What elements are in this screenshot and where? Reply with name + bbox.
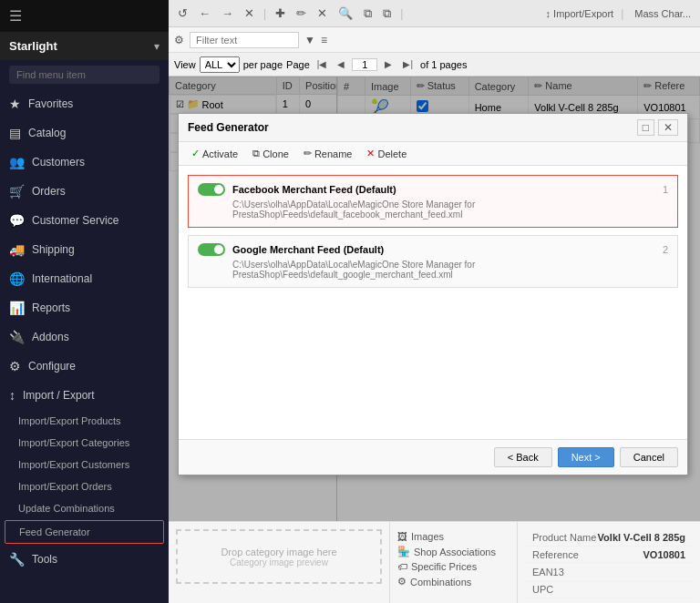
price-icon: 🏷 bbox=[397, 561, 407, 572]
reference-value: VO10801 bbox=[643, 549, 685, 560]
sidebar-item-tools[interactable]: 🔧 Tools bbox=[0, 545, 169, 574]
activate-label: Activate bbox=[202, 148, 238, 159]
search-input[interactable] bbox=[9, 66, 160, 84]
sub-item-label: Update Combinations bbox=[18, 503, 115, 514]
sidebar-top: ☰ bbox=[0, 0, 169, 32]
import-export-submenu: Import/Export Products Import/Export Cat… bbox=[0, 410, 169, 545]
stop-btn[interactable]: ✕ bbox=[241, 5, 258, 22]
sidebar-item-customer-service[interactable]: 💬 Customer Service bbox=[0, 206, 169, 235]
sidebar-sub-item-import-orders[interactable]: Import/Export Orders bbox=[0, 475, 169, 497]
sidebar-item-label: International bbox=[32, 272, 92, 285]
ean13-label: EAN13 bbox=[532, 567, 564, 577]
sidebar-item-addons[interactable]: 🔌 Addons bbox=[0, 322, 169, 352]
search-btn[interactable]: 🔍 bbox=[335, 5, 356, 22]
modal-body: Facebook Merchant Feed (Default) 1 C:\Us… bbox=[179, 166, 687, 439]
drop-zone[interactable]: Drop category image here Category image … bbox=[176, 529, 382, 584]
sidebar-item-international[interactable]: 🌐 International bbox=[0, 264, 169, 293]
sub-item-label: Feed Generator bbox=[19, 526, 90, 537]
product-name-label: Product Name bbox=[532, 532, 596, 543]
feed-num: 1 bbox=[663, 184, 668, 195]
sidebar-item-favorites[interactable]: ★ Favorites bbox=[0, 89, 169, 118]
edit-btn[interactable]: ✏ bbox=[293, 5, 310, 22]
hamburger-icon[interactable]: ☰ bbox=[9, 7, 22, 25]
sidebar-item-configure[interactable]: ⚙ Configure bbox=[0, 352, 169, 381]
filter-bar: ⚙ ▼ ≡ bbox=[169, 27, 700, 53]
images-label: Images bbox=[411, 531, 444, 542]
addons-icon: 🔌 bbox=[9, 330, 25, 344]
sidebar-sub-item-import-categories[interactable]: Import/Export Categories bbox=[0, 432, 169, 454]
feed-generator-modal: Feed Generator □ ✕ ✓ Activate ⧉ Clone bbox=[178, 113, 688, 475]
shop-associations-item[interactable]: 🏪 Shop Associations bbox=[397, 544, 510, 559]
sidebar-item-orders[interactable]: 🛒 Orders bbox=[0, 177, 169, 206]
forward-btn[interactable]: → bbox=[218, 5, 237, 22]
delete-btn[interactable]: ✕ bbox=[314, 5, 331, 22]
sidebar-sub-item-import-products[interactable]: Import/Export Products bbox=[0, 410, 169, 432]
page-prev-btn[interactable]: ◀ bbox=[334, 57, 348, 71]
rename-btn[interactable]: ✏ Rename bbox=[300, 146, 356, 161]
customers-icon: 👥 bbox=[9, 155, 25, 169]
paste-btn[interactable]: ⧉ bbox=[379, 5, 395, 23]
sidebar-item-import-export[interactable]: ↕ Import / Export bbox=[0, 381, 169, 410]
sidebar-item-customers[interactable]: 👥 Customers bbox=[0, 148, 169, 177]
chevron-down-icon: ▾ bbox=[154, 40, 160, 53]
star-icon: ★ bbox=[9, 97, 21, 111]
sidebar-sub-item-import-customers[interactable]: Import/Export Customers bbox=[0, 454, 169, 475]
sidebar-item-label: Reports bbox=[32, 302, 70, 314]
checkmark-icon: ✓ bbox=[191, 148, 200, 159]
add-btn[interactable]: ✚ bbox=[272, 5, 289, 22]
page-next-btn[interactable]: ▶ bbox=[381, 57, 396, 71]
sidebar-item-catalog[interactable]: ▤ Catalog bbox=[0, 118, 169, 148]
page-number-input[interactable] bbox=[352, 58, 377, 71]
per-page-label: per page bbox=[243, 59, 283, 70]
upc-label: UPC bbox=[532, 584, 553, 595]
clone-label: Clone bbox=[262, 148, 289, 159]
sidebar-item-label: Shipping bbox=[32, 243, 75, 256]
sidebar-item-shipping[interactable]: 🚚 Shipping bbox=[0, 235, 169, 264]
sidebar: ☰ Starlight ▾ ★ Favorites ▤ Catalog 👥 Cu… bbox=[0, 0, 169, 603]
next-button[interactable]: Next > bbox=[558, 447, 614, 467]
mass-change-btn[interactable]: Mass Char... bbox=[631, 6, 695, 21]
bottom-category-preview: Drop category image here Category image … bbox=[169, 522, 390, 603]
back-button[interactable]: < Back bbox=[494, 447, 552, 467]
feed-toggle-facebook[interactable] bbox=[198, 183, 225, 196]
images-icon: 🖼 bbox=[397, 531, 407, 542]
bottom-middle-panel: 🖼 Images 🏪 Shop Associations 🏷 Specific … bbox=[390, 522, 518, 603]
combinations-item[interactable]: ⚙ Combinations bbox=[397, 574, 510, 589]
feed-item-google[interactable]: Google Merchant Feed (Default) 2 C:\User… bbox=[188, 235, 678, 288]
filter-input[interactable] bbox=[190, 32, 299, 48]
filter-icon: ⚙ bbox=[174, 34, 184, 46]
activate-btn[interactable]: ✓ Activate bbox=[188, 146, 242, 161]
page-first-btn[interactable]: |◀ bbox=[314, 57, 331, 71]
feed-name: Facebook Merchant Feed (Default) bbox=[232, 184, 655, 195]
product-name-value: Volkl V-Cell 8 285g bbox=[598, 532, 685, 543]
view-bar: View ALL per page Page |◀ ◀ ▶ ▶| of 1 pa… bbox=[169, 53, 700, 77]
sidebar-sub-item-feed-generator[interactable]: Feed Generator bbox=[5, 520, 164, 544]
refresh-btn[interactable]: ↺ bbox=[174, 5, 191, 22]
specific-prices-item[interactable]: 🏷 Specific Prices bbox=[397, 559, 510, 574]
sidebar-item-label: Customer Service bbox=[32, 214, 118, 227]
combo-icon: ⚙ bbox=[397, 576, 407, 588]
sidebar-sub-item-update-combinations[interactable]: Update Combinations bbox=[0, 497, 169, 519]
reports-icon: 📊 bbox=[9, 301, 25, 315]
copy-btn[interactable]: ⧉ bbox=[360, 5, 376, 23]
modal-maximize-btn[interactable]: □ bbox=[637, 119, 654, 136]
customer-service-icon: 💬 bbox=[9, 213, 25, 228]
sidebar-item-label: Customers bbox=[32, 156, 85, 169]
orders-icon: 🛒 bbox=[9, 184, 25, 199]
import-export-toolbar-btn[interactable]: ↕ Import/Export bbox=[546, 8, 614, 19]
page-last-btn[interactable]: ▶| bbox=[399, 57, 417, 71]
cancel-button[interactable]: Cancel bbox=[620, 447, 678, 467]
combo-label: Combinations bbox=[410, 577, 471, 588]
modal-close-btn[interactable]: ✕ bbox=[658, 119, 678, 136]
images-item[interactable]: 🖼 Images bbox=[397, 529, 510, 544]
sidebar-item-label: Configure bbox=[28, 360, 76, 373]
sidebar-item-reports[interactable]: 📊 Reports bbox=[0, 293, 169, 322]
feed-item-facebook[interactable]: Facebook Merchant Feed (Default) 1 C:\Us… bbox=[188, 175, 678, 228]
view-select[interactable]: ALL bbox=[200, 56, 240, 73]
delete-btn[interactable]: ✕ Delete bbox=[363, 146, 410, 161]
back-btn[interactable]: ← bbox=[195, 5, 214, 22]
reference-label: Reference bbox=[532, 549, 579, 560]
feed-toggle-google[interactable] bbox=[198, 243, 225, 256]
clone-btn[interactable]: ⧉ Clone bbox=[249, 146, 293, 161]
sidebar-brand: Starlight ▾ bbox=[0, 32, 169, 60]
